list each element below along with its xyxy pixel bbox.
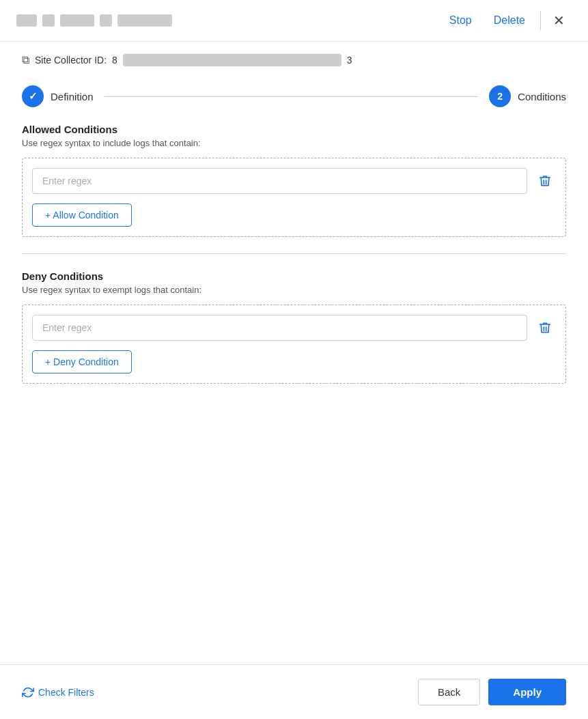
blurred-icon-3 [100,14,112,27]
allowed-regex-input[interactable] [32,168,527,194]
blurred-text-1 [60,14,94,27]
header-left [16,14,440,27]
close-button[interactable]: ✕ [546,10,572,31]
step-1-definition: ✓ Definition [22,85,94,107]
check-filters-button[interactable]: Check Filters [22,686,94,699]
stop-button[interactable]: Stop [440,10,481,31]
blurred-icon-2 [42,14,55,27]
allowed-condition-row-1 [32,168,556,194]
delete-button[interactable]: Delete [484,10,535,31]
refresh-icon [22,686,34,699]
step-2-circle: 2 [489,85,511,107]
header: Stop Delete ✕ [0,0,588,42]
deny-conditions-title: Deny Conditions [22,270,566,282]
site-id-label: Site Collector ID: [35,55,107,66]
header-actions: Stop Delete ✕ [440,10,572,31]
add-deny-condition-button[interactable]: + Deny Condition [32,350,132,373]
allowed-conditions-box: + Allow Condition [22,158,566,237]
step-connector [104,96,479,97]
allowed-conditions-description: Use regex syntax to include logs that co… [22,138,566,148]
allowed-conditions-section: Allowed Conditions Use regex syntax to i… [22,124,566,237]
step-2-label: Conditions [518,91,566,102]
deny-conditions-section: Deny Conditions Use regex syntax to exem… [22,270,566,384]
allowed-delete-button[interactable] [534,171,556,191]
blurred-text-2 [117,14,172,27]
trash-icon-deny [538,321,552,335]
footer: Check Filters Back Apply [0,664,588,719]
blurred-icon-1 [16,14,37,27]
site-id-row: ⧉ Site Collector ID: 8 3 [0,42,588,73]
step-1-label: Definition [51,91,94,102]
apply-button[interactable]: Apply [488,679,566,705]
deny-conditions-box: + Deny Condition [22,305,566,384]
section-divider [22,253,566,254]
allowed-conditions-title: Allowed Conditions [22,124,566,135]
header-divider [540,11,541,30]
deny-delete-button[interactable] [534,318,556,337]
site-id-suffix: 3 [347,55,352,66]
site-id-blurred [123,54,341,66]
deny-regex-input[interactable] [32,315,527,341]
stepper: ✓ Definition 2 Conditions [0,73,588,124]
trash-icon [538,174,552,188]
deny-conditions-description: Use regex syntax to exempt logs that con… [22,285,566,295]
site-id-prefix: 8 [112,55,117,66]
back-button[interactable]: Back [418,679,480,705]
step-2-conditions: 2 Conditions [489,85,566,107]
step-1-circle: ✓ [22,85,44,107]
main-content: Allowed Conditions Use regex syntax to i… [0,124,588,384]
check-filters-label: Check Filters [38,687,94,698]
add-allow-condition-button[interactable]: + Allow Condition [32,203,132,227]
deny-condition-row-1 [32,315,556,341]
footer-actions: Back Apply [418,679,566,705]
copy-icon[interactable]: ⧉ [22,54,29,66]
